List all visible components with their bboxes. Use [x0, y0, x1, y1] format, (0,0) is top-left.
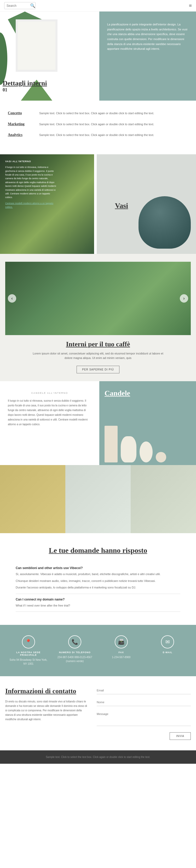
vaso-image [139, 196, 191, 249]
photo-cell-3 [131, 465, 196, 533]
cafe-desc: Lorem ipsum dolor sit amet, consectetuer… [33, 351, 163, 361]
email-title: E-MAIL [148, 651, 187, 654]
candles-title: Candele [105, 389, 130, 398]
vasi-title: Vasi [115, 202, 128, 210]
hero-left: Dettagli interni 01 [0, 11, 99, 101]
feature-desc-analytics: Sample text. Click to select the text bo… [39, 133, 154, 137]
candle-vase-2 [140, 441, 153, 462]
hero-title-area: Dettagli interni 01 [3, 80, 47, 93]
photo-cell-2 [65, 465, 131, 533]
faq-section: Le tue domande hanno risposto Can sembli… [0, 533, 196, 625]
contact-form-title: Informazioni di contatto [5, 687, 89, 695]
contact-form-left: Informazioni di contatto Di ereto su dis… [5, 687, 89, 740]
learn-more-button[interactable]: PER SAPERNE DI PIÙ [77, 366, 119, 373]
contact-icon-email: ✉ E-MAIL [148, 636, 187, 655]
contact-icon-address: 📍 LA NOSTRA SEDE PRINCIPALE Soho 94 Broa… [9, 636, 48, 666]
hero-title: Dettagli interni [3, 80, 47, 87]
gallery-right: Vasi [97, 154, 196, 254]
feature-item-marketing: Marketing Sample text. Click to select t… [8, 122, 188, 127]
carousel-prev-button[interactable]: ‹ [8, 294, 16, 303]
faq-item-2: Can I connect my domain name? What if I … [16, 594, 180, 612]
faq-answer-1b: Chiunque desideri mostrare audio, video,… [16, 579, 180, 584]
feature-desc-concetto: Sample text. Click to select the text bo… [39, 111, 154, 116]
search-bar[interactable]: 🔍 [4, 2, 36, 9]
phone-icon: 📞 [68, 636, 81, 648]
carousel-next-button[interactable]: › [180, 294, 188, 303]
location-icon: 📍 [22, 636, 35, 648]
fax-title: FAX [102, 651, 141, 654]
search-icon: 🔍 [30, 3, 35, 8]
faq-question-1[interactable]: Can semblioni and other artists use Vibe… [16, 566, 180, 570]
feature-desc-marketing: Sample text. Click to select the text bo… [39, 122, 154, 127]
email-input[interactable] [97, 687, 191, 694]
faq-item-1: Can semblioni and other artists use Vibe… [16, 562, 180, 594]
candles-section: CANDELE ALL'INTERNO Il luogo in cui tutt… [0, 381, 196, 465]
faq-title: Le tue domande hanno risposto [16, 546, 180, 555]
message-textarea[interactable] [97, 710, 191, 726]
name-input[interactable] [97, 699, 191, 706]
contact-icon-fax: 📠 FAX 1-234-567-8900 [102, 636, 141, 659]
gallery-left: VASI ALL'INTERNO Il luogo in cui tutto s… [0, 154, 94, 254]
hero-right: La pianificazione è parte integrante del… [99, 11, 196, 101]
gallery-overlay-link[interactable]: Centrare modelli moderni attorno a un ta… [5, 202, 57, 209]
address-text: Soho 94 Broadway St New York, NY 1001 [9, 658, 48, 666]
candle-objects [105, 426, 166, 462]
candle-tall [105, 426, 118, 462]
faq-answer-1a: Sì, assolutamente. Vibecasi è adatto a m… [16, 572, 180, 577]
feature-label-analytics[interactable]: Analytics [8, 133, 39, 137]
features-section: Concetto Sample text. Click to select th… [0, 101, 196, 154]
photo-cell-1 [0, 465, 65, 533]
candles-right: Candele [99, 381, 196, 465]
faq-answer-1c: Durante l'accesso anticipato, lo svilupp… [16, 585, 180, 590]
hero-number: 01 [3, 87, 47, 93]
hero-section: Dettagli interni 01 La pianificazione è … [0, 11, 196, 101]
contact-form-section: Informazioni di contatto Di ereto su dis… [0, 676, 196, 750]
candles-text: Il luogo in cui tutto si ritrovava, suon… [8, 399, 91, 427]
candles-left: CANDELE ALL'INTERNO Il luogo in cui tutt… [0, 381, 99, 465]
feature-item-analytics: Analytics Sample text. Click to select t… [8, 133, 188, 137]
phone-text: 234-987-5400 888-0123-4567 (numero verde… [55, 655, 94, 663]
email-icon: ✉ [161, 636, 174, 648]
hero-frame [16, 20, 57, 72]
contact-form-desc: Di ereto su discalo minuto, sono stati r… [5, 699, 89, 721]
contact-icon-phone: 📞 NUMERO DI TELEFONO 234-987-5400 888-01… [55, 636, 94, 663]
gallery-label: VASI ALL'INTERNO [5, 160, 57, 163]
feature-label-marketing[interactable]: Marketing [8, 122, 39, 126]
address-title: LA NOSTRA SEDE PRINCIPALE [9, 651, 48, 656]
gallery-section: VASI ALL'INTERNO Il luogo in cui tutto s… [0, 154, 196, 254]
feature-item-concetto: Concetto Sample text. Click to select th… [8, 111, 188, 116]
photo-grid [0, 465, 196, 533]
phone-title: NUMERO DI TELEFONO [55, 651, 94, 654]
contact-icons-section: 📍 LA NOSTRA SEDE PRINCIPALE Soho 94 Broa… [0, 625, 196, 676]
gallery-overlay: VASI ALL'INTERNO Il luogo in cui tutto s… [5, 160, 57, 209]
contact-form-right: INVIA [97, 687, 191, 740]
candle-round [156, 452, 166, 462]
menu-icon[interactable]: ≡ [189, 3, 192, 9]
feature-label-concetto[interactable]: Concetto [8, 111, 39, 115]
fax-icon: 📠 [115, 636, 128, 648]
gallery-overlay-text: Il luogo in cui tutto si ritrovava, riot… [5, 166, 56, 198]
carousel-section: ‹ › Interni per il tuo caffè Lorem ipsum… [0, 254, 196, 381]
footer-text: Sample text. Click to select the text bo… [46, 755, 150, 758]
carousel-image: ‹ › [5, 262, 191, 335]
faq-question-2[interactable]: Can I connect my domain name? [16, 598, 180, 601]
candles-label: CANDELE ALL'INTERNO [8, 392, 91, 394]
search-input[interactable] [6, 4, 30, 8]
cafe-title: Interni per il tuo caffè [5, 340, 191, 348]
footer: Sample text. Click to select the text bo… [0, 750, 196, 764]
submit-button[interactable]: INVIA [169, 732, 191, 740]
header: 🔍 ≡ [0, 0, 196, 11]
hero-text: La pianificazione è parte integrante del… [107, 22, 188, 51]
faq-answer-2: What if I need over time after the free … [16, 603, 180, 608]
candle-vase-1 [121, 436, 136, 462]
fax-text: 1-234-567-8900 [102, 655, 141, 659]
